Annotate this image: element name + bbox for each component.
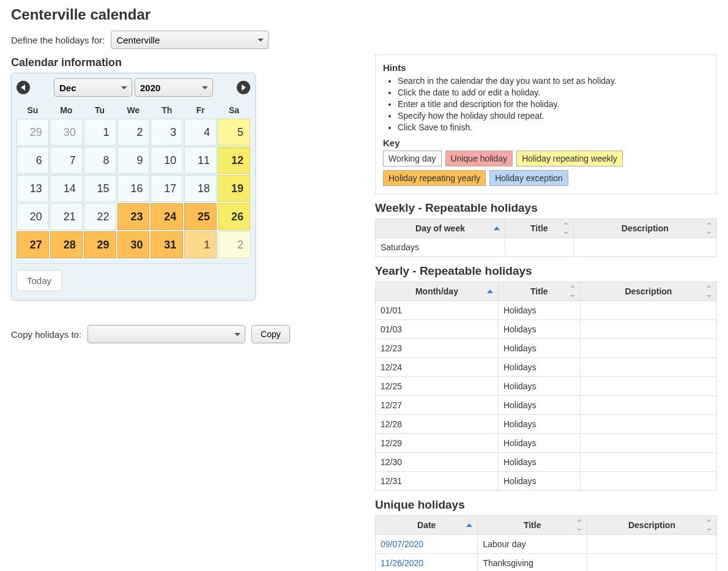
calendar-day[interactable]: 18 bbox=[184, 175, 217, 202]
yearly-table: Month/day Title Description 01/01Holiday… bbox=[375, 282, 717, 491]
yearly-heading: Yearly - Repeatable holidays bbox=[375, 264, 717, 278]
calendar-day[interactable]: 14 bbox=[50, 175, 83, 202]
calendar-day[interactable]: 3 bbox=[150, 119, 183, 146]
table-row[interactable]: 12/25Holidays bbox=[376, 377, 717, 396]
key-holiday-exception: Holiday exception bbox=[489, 170, 568, 186]
calendar-widget: Dec 2020 SuMoTuWeThFrSa29301234567891011… bbox=[11, 73, 256, 300]
calendar-day[interactable]: 13 bbox=[17, 175, 49, 202]
table-row[interactable]: 12/31Holidays bbox=[376, 472, 717, 491]
calendar-day[interactable]: 4 bbox=[184, 119, 217, 146]
unique-table: Date Title Description 09/07/2020Labour … bbox=[375, 515, 717, 571]
next-month-button[interactable] bbox=[237, 81, 250, 94]
calendar-day[interactable]: 11 bbox=[184, 147, 217, 174]
calendar-day[interactable]: 31 bbox=[150, 231, 183, 258]
calendar-day[interactable]: 1 bbox=[184, 231, 217, 258]
unique-col-date[interactable]: Date bbox=[376, 516, 478, 535]
chevron-right-icon bbox=[241, 84, 246, 91]
key-heading: Key bbox=[383, 138, 709, 148]
calendar-dow: Su bbox=[17, 102, 49, 118]
unique-date-link[interactable]: 09/07/2020 bbox=[381, 539, 423, 549]
calendar-day[interactable]: 24 bbox=[150, 203, 183, 230]
calendar-day[interactable]: 26 bbox=[218, 203, 250, 230]
table-row[interactable]: 12/24Holidays bbox=[376, 358, 717, 377]
yearly-col-monthday[interactable]: Month/day bbox=[376, 282, 499, 301]
copy-button[interactable]: Copy bbox=[251, 325, 290, 343]
key-unique-holiday: Unique holiday bbox=[445, 151, 513, 166]
table-row[interactable]: 12/23Holidays bbox=[376, 339, 717, 358]
table-row[interactable]: 12/28Holidays bbox=[376, 415, 717, 434]
calendar-dow: Fr bbox=[184, 102, 217, 118]
copy-label: Copy holidays to: bbox=[11, 329, 81, 340]
calendar-dow: We bbox=[117, 102, 150, 118]
calendar-dow: Mo bbox=[50, 102, 83, 118]
weekly-col-dow[interactable]: Day of week bbox=[376, 219, 505, 238]
calendar-day[interactable]: 1 bbox=[84, 119, 116, 146]
key-yearly-holiday: Holiday repeating yearly bbox=[383, 170, 486, 186]
table-row[interactable]: 12/30Holidays bbox=[376, 453, 717, 472]
hints-panel: Hints Search in the calendar the day you… bbox=[375, 54, 717, 194]
calendar-day[interactable]: 22 bbox=[84, 203, 116, 230]
table-row[interactable]: 12/27Holidays bbox=[376, 396, 717, 415]
calendar-info-heading: Calendar information bbox=[11, 56, 351, 69]
page-title: Centerville calendar bbox=[11, 6, 717, 23]
calendar-day[interactable]: 2 bbox=[117, 119, 150, 146]
calendar-day[interactable]: 19 bbox=[218, 175, 250, 202]
calendar-day[interactable]: 30 bbox=[117, 231, 150, 258]
calendar-day[interactable]: 25 bbox=[184, 203, 217, 230]
unique-col-title[interactable]: Title bbox=[478, 516, 587, 535]
calendar-day[interactable]: 29 bbox=[17, 119, 49, 146]
table-row[interactable]: 11/26/2020Thanksgiving bbox=[376, 554, 717, 571]
hint-item: Search in the calendar the day you want … bbox=[398, 75, 709, 87]
copy-select[interactable] bbox=[87, 325, 245, 343]
calendar-day[interactable]: 7 bbox=[50, 147, 83, 174]
yearly-col-desc[interactable]: Description bbox=[580, 282, 716, 301]
key-weekly-holiday: Holiday repeating weekly bbox=[516, 151, 623, 166]
year-select[interactable]: 2020 bbox=[135, 78, 213, 97]
today-button[interactable]: Today bbox=[17, 270, 62, 291]
calendar-day[interactable]: 23 bbox=[117, 203, 150, 230]
calendar-day[interactable]: 8 bbox=[84, 147, 116, 174]
calendar-day[interactable]: 29 bbox=[84, 231, 116, 258]
weekly-col-desc[interactable]: Description bbox=[573, 219, 716, 238]
calendar-day[interactable]: 30 bbox=[50, 119, 83, 146]
calendar-day[interactable]: 15 bbox=[84, 175, 116, 202]
svg-marker-1 bbox=[242, 84, 246, 91]
calendar-day[interactable]: 17 bbox=[150, 175, 183, 202]
weekly-col-title[interactable]: Title bbox=[505, 219, 574, 238]
calendar-dow: Sa bbox=[218, 102, 250, 118]
hint-item: Click the date to add or edit a holiday. bbox=[398, 87, 709, 99]
svg-marker-0 bbox=[21, 84, 25, 91]
table-row[interactable]: 12/29Holidays bbox=[376, 434, 717, 453]
weekly-table: Day of week Title Description Saturdays bbox=[375, 218, 717, 257]
calendar-day[interactable]: 12 bbox=[218, 147, 250, 174]
calendar-day[interactable]: 6 bbox=[17, 147, 49, 174]
calendar-day[interactable]: 2 bbox=[218, 231, 250, 258]
calendar-day[interactable]: 21 bbox=[50, 203, 83, 230]
weekly-heading: Weekly - Repeatable holidays bbox=[375, 201, 717, 215]
hint-item: Specify how the holiday should repeat. bbox=[398, 110, 709, 122]
table-row[interactable]: Saturdays bbox=[376, 238, 717, 257]
calendar-day[interactable]: 10 bbox=[150, 147, 183, 174]
hints-heading: Hints bbox=[383, 62, 709, 73]
calendar-day[interactable]: 28 bbox=[50, 231, 83, 258]
define-label: Define the holidays for: bbox=[11, 35, 105, 45]
unique-col-desc[interactable]: Description bbox=[587, 516, 716, 535]
calendar-day[interactable]: 20 bbox=[17, 203, 49, 230]
calendar-dow: Th bbox=[150, 102, 183, 118]
calendar-day[interactable]: 5 bbox=[218, 119, 250, 146]
calendar-dow: Tu bbox=[84, 102, 116, 118]
table-row[interactable]: 09/07/2020Labour day bbox=[376, 535, 717, 554]
calendar-day[interactable]: 16 bbox=[117, 175, 150, 202]
table-row[interactable]: 01/03Holidays bbox=[376, 320, 717, 339]
hint-item: Enter a title and description for the ho… bbox=[398, 99, 709, 110]
calendar-day[interactable]: 27 bbox=[17, 231, 49, 258]
calendar-day[interactable]: 9 bbox=[117, 147, 150, 174]
month-select[interactable]: Dec bbox=[54, 78, 132, 97]
unique-date-link[interactable]: 11/26/2020 bbox=[381, 558, 423, 568]
yearly-col-title[interactable]: Title bbox=[498, 282, 580, 301]
define-select[interactable]: Centerville bbox=[111, 31, 269, 49]
key-working-day: Working day bbox=[383, 151, 442, 166]
table-row[interactable]: 01/01Holidays bbox=[376, 301, 717, 320]
hint-item: Click Save to finish. bbox=[398, 122, 709, 133]
prev-month-button[interactable] bbox=[17, 81, 30, 94]
